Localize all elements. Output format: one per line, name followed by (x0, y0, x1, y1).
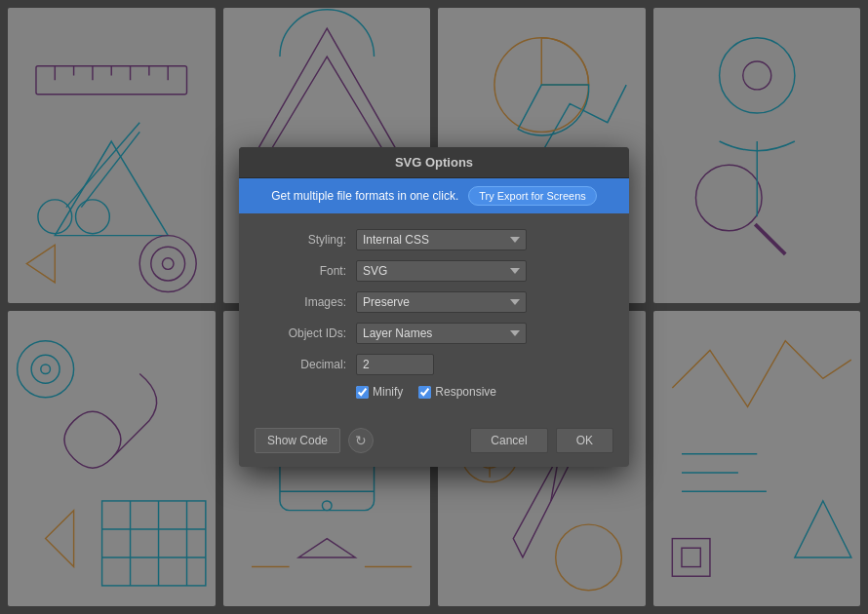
font-label: Font: (258, 264, 346, 278)
decimal-label: Decimal: (258, 358, 346, 371)
show-code-button[interactable]: Show Code (255, 428, 340, 453)
promo-text: Get multiple file formats in one click. (271, 189, 458, 203)
images-select[interactable]: Preserve Embed Link (356, 291, 527, 313)
minify-label: Minify (373, 385, 403, 399)
dialog-footer: Show Code ↻ Cancel OK (239, 420, 629, 467)
responsive-checkbox-label[interactable]: Responsive (418, 385, 496, 399)
refresh-icon-button[interactable]: ↻ (348, 428, 374, 453)
decimal-input[interactable] (356, 354, 434, 375)
styling-row: Styling: Internal CSS Style Attributes P… (258, 229, 610, 250)
object-ids-row: Object IDs: Layer Names Minimal Unique (258, 323, 610, 344)
ok-button[interactable]: OK (556, 428, 613, 453)
minify-checkbox-label[interactable]: Minify (356, 385, 403, 399)
styling-label: Styling: (258, 233, 346, 247)
responsive-checkbox[interactable] (418, 386, 431, 399)
checkbox-row: Minify Responsive (258, 385, 610, 399)
refresh-icon: ↻ (355, 433, 367, 448)
export-for-screens-button[interactable]: Try Export for Screens (468, 186, 597, 206)
font-row: Font: SVG Convert to Outline (258, 260, 610, 282)
dialog-body: Styling: Internal CSS Style Attributes P… (239, 213, 629, 420)
images-row: Images: Preserve Embed Link (258, 291, 610, 313)
object-ids-select[interactable]: Layer Names Minimal Unique (356, 323, 527, 344)
dialog-title-bar: SVG Options (239, 147, 629, 178)
object-ids-label: Object IDs: (258, 326, 346, 340)
svg-options-dialog: SVG Options Get multiple file formats in… (239, 147, 629, 467)
images-label: Images: (258, 295, 346, 309)
styling-select[interactable]: Internal CSS Style Attributes Presentati… (356, 229, 527, 250)
minify-checkbox[interactable] (356, 386, 369, 399)
promo-bar: Get multiple file formats in one click. … (239, 178, 629, 213)
cancel-button[interactable]: Cancel (470, 428, 547, 453)
dialog-title: SVG Options (395, 155, 473, 170)
responsive-label: Responsive (435, 385, 496, 399)
font-select[interactable]: SVG Convert to Outline (356, 260, 527, 282)
decimal-row: Decimal: (258, 354, 610, 375)
